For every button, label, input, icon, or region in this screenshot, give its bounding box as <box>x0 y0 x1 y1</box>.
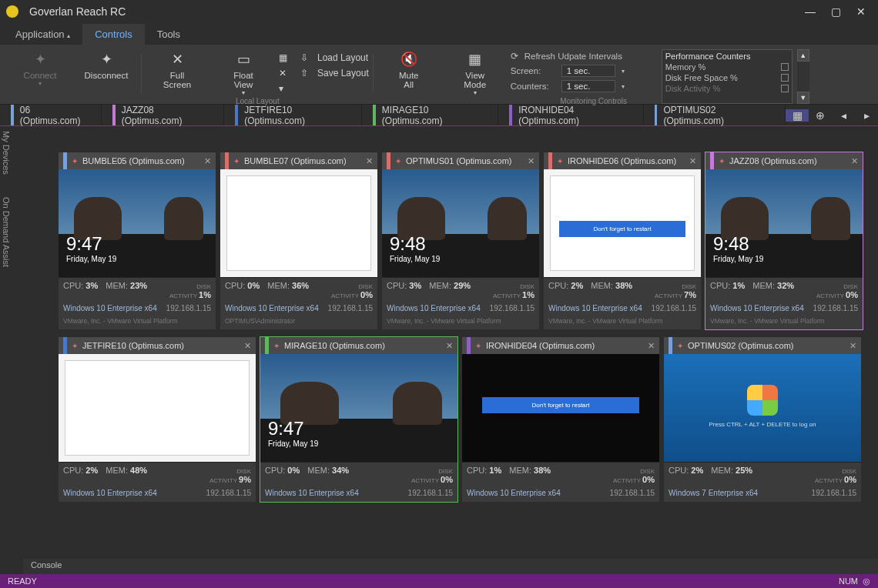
scroll-up-icon[interactable]: ▲ <box>797 49 809 62</box>
close-thumbnail-button[interactable]: ✕ <box>446 341 453 351</box>
connect-button[interactable]: ✦ Connect▾ <box>9 49 71 97</box>
side-tab-on-demand[interactable]: On Demand Assist <box>0 192 12 272</box>
checkbox-icon <box>781 85 789 92</box>
minimize-button[interactable]: — <box>805 5 816 18</box>
close-thumbnail-button[interactable]: ✕ <box>244 341 251 351</box>
close-thumbnail-button[interactable]: ✕ <box>689 156 696 166</box>
menu-tools[interactable]: Tools <box>145 24 193 45</box>
maximize-button[interactable]: ▢ <box>831 5 841 18</box>
layout-more-button[interactable]: ▾ <box>279 83 293 94</box>
disconnect-button[interactable]: ✦ Disconnect <box>75 49 137 97</box>
thumbnail-header: ✦ OPTIMUS01 (Optimus.com) ✕ <box>382 152 539 169</box>
thumbnail-header: ✦ IRONHIDE04 (Optimus.com) ✕ <box>462 337 659 354</box>
add-tab-button[interactable]: ⊕ <box>809 109 832 122</box>
thumbnail-footer: Windows 7 Enterprise x64192.168.1.15 <box>664 487 861 502</box>
floatview-icon: ▭ <box>237 51 250 68</box>
menu-application[interactable]: Application ▴ <box>3 24 82 45</box>
ribbon: ✦ Connect▾ ✦ Disconnect ✕ Full Screen ▭ … <box>0 45 878 105</box>
device-icon: ✦ <box>557 157 563 165</box>
tab-next-button[interactable]: ▸ <box>855 109 878 122</box>
thumbnail-stats: CPU: 2% MEM: 38% DISK ACTIVITY 7% <box>544 277 701 302</box>
thumbnail-stats: CPU: 2% MEM: 25% DISK ACTIVITY 0% <box>664 462 861 487</box>
session-tab[interactable]: OPTIMUS02 (Optimus.com) <box>644 105 786 125</box>
thumbnail-title: OPTIMUS01 (Optimus.com) <box>406 156 512 165</box>
disconnect-icon: ✦ <box>101 51 112 68</box>
close-thumbnail-button[interactable]: ✕ <box>851 156 858 166</box>
floatview-button[interactable]: ▭ Float View▾ <box>213 49 274 97</box>
thumbnail-footer: Windows 10 Enterprise x64192.168.1.15 <box>220 302 377 317</box>
thumbnail-footer: Windows 10 Enterprise x64192.168.1.15 <box>59 487 256 502</box>
thumbnail-stats: CPU: 1% MEM: 32% DISK ACTIVITY 0% <box>705 277 863 302</box>
device-icon: ✦ <box>72 342 78 350</box>
console-panel-header[interactable]: Console <box>23 559 878 574</box>
grid-view-button[interactable]: ▦ <box>786 109 809 122</box>
counters-interval-select[interactable]: 1 sec. <box>561 80 615 92</box>
session-thumbnail[interactable]: ✦ JAZZ08 (Optimus.com) ✕ 9:48Friday, May… <box>705 152 863 329</box>
session-thumbnail[interactable]: ✦ IRONHIDE06 (Optimus.com) ✕ Don't forge… <box>544 152 701 329</box>
menu-controls[interactable]: Controls <box>82 24 144 45</box>
status-ready: READY <box>8 576 37 586</box>
close-thumbnail-button[interactable]: ✕ <box>648 341 655 351</box>
checkbox-icon <box>781 74 789 82</box>
layout-x-button[interactable]: ✕ <box>279 68 293 79</box>
menubar: Application ▴ Controls Tools <box>0 23 878 45</box>
thumbnail-footer: Windows 10 Enterprise x64192.168.1.15 <box>382 302 539 317</box>
app-icon <box>6 5 18 18</box>
session-tab[interactable]: JAZZ08 (Optimus.com) <box>102 105 224 125</box>
thumbnail-footer: Windows 10 Enterprise x64192.168.1.15 <box>462 487 659 502</box>
thumbnail-title: IRONHIDE04 (Optimus.com) <box>486 341 595 350</box>
titlebar: Goverlan Reach RC — ▢ ✕ <box>0 0 878 23</box>
session-thumbnail[interactable]: ✦ OPTIMUS01 (Optimus.com) ✕ 9:48Friday, … <box>382 152 539 329</box>
session-thumbnail[interactable]: ✦ BUMBLE05 (Optimus.com) ✕ 9:47Friday, M… <box>59 152 216 329</box>
mute-all-button[interactable]: 🔇 Mute All <box>378 49 440 97</box>
thumbnail-header: ✦ BUMBLE05 (Optimus.com) ✕ <box>59 152 216 169</box>
thumbnail-stats: CPU: 3% MEM: 23% DISK ACTIVITY 1% <box>59 277 216 302</box>
close-thumbnail-button[interactable]: ✕ <box>366 156 373 166</box>
session-thumbnail[interactable]: ✦ BUMBLE07 (Optimus.com) ✕ CPU: 0% MEM: … <box>220 152 377 329</box>
screen-interval-select[interactable]: 1 sec. <box>561 65 615 77</box>
side-tab-my-devices[interactable]: My Devices <box>0 126 12 179</box>
thumbnail-header: ✦ OPTIMUS02 (Optimus.com) ✕ <box>664 337 861 354</box>
device-icon: ✦ <box>233 157 240 165</box>
view-mode-button[interactable]: ▦ View Mode▾ <box>444 49 506 97</box>
status-num: NUM <box>839 576 858 586</box>
session-tab[interactable]: 06 (Optimus.com) <box>0 105 102 125</box>
layout-tile-button[interactable]: ▦ <box>279 52 293 63</box>
thumbnail-footer: Windows 10 Enterprise x64192.168.1.15 <box>59 302 216 317</box>
thumbnail-title: OPTIMUS02 (Optimus.com) <box>688 341 794 350</box>
thumbnail-stats: CPU: 3% MEM: 29% DISK ACTIVITY 1% <box>382 277 539 302</box>
thumbnail-footer: Windows 10 Enterprise x64192.168.1.15 <box>544 302 701 317</box>
session-thumbnail[interactable]: ✦ MIRAGE10 (Optimus.com) ✕ 9:47Friday, M… <box>260 337 457 502</box>
session-thumbnail[interactable]: ✦ OPTIMUS02 (Optimus.com) ✕ Press CTRL +… <box>664 337 861 502</box>
thumbnail-footer: Windows 10 Enterprise x64192.168.1.15 <box>705 302 863 317</box>
refresh-icon: ⟳ <box>511 51 518 62</box>
status-bar: READY NUM◎ <box>0 574 878 588</box>
connect-icon: ✦ <box>35 51 46 68</box>
close-thumbnail-button[interactable]: ✕ <box>850 341 856 351</box>
performance-counters-list[interactable]: Performance Counters Memory % Disk Free … <box>662 49 793 104</box>
checkbox-icon <box>781 63 789 71</box>
tab-prev-button[interactable]: ◂ <box>832 109 855 122</box>
close-thumbnail-button[interactable]: ✕ <box>528 156 535 166</box>
thumbnail-title: BUMBLE07 (Optimus.com) <box>244 156 347 165</box>
session-thumbnail[interactable]: ✦ IRONHIDE04 (Optimus.com) ✕ Don't forge… <box>462 337 659 502</box>
fullscreen-button[interactable]: ✕ Full Screen <box>146 49 208 97</box>
load-layout-button[interactable]: ⇩Load Layout <box>297 52 369 63</box>
session-tab[interactable]: MIRAGE10 (Optimus.com) <box>362 105 498 125</box>
session-tab[interactable]: IRONHIDE04 (Optimus.com) <box>498 105 643 125</box>
session-tabs: 06 (Optimus.com)JAZZ08 (Optimus.com)JETF… <box>0 105 878 126</box>
close-button[interactable]: ✕ <box>856 5 866 18</box>
close-thumbnail-button[interactable]: ✕ <box>204 156 211 166</box>
app-title: Goverlan Reach RC <box>29 5 126 18</box>
thumbnail-stats: CPU: 0% MEM: 34% DISK ACTIVITY 0% <box>260 462 457 487</box>
perf-scrollbar[interactable]: ▲ ▼ <box>797 49 809 104</box>
session-thumbnail[interactable]: ✦ JETFIRE10 (Optimus.com) ✕ CPU: 2% MEM:… <box>59 337 256 502</box>
session-tab[interactable]: JETFIRE10 (Optimus.com) <box>224 105 362 125</box>
device-icon: ✦ <box>475 342 481 350</box>
device-icon: ✦ <box>72 157 78 165</box>
save-layout-button[interactable]: ⇧Save Layout <box>297 68 369 79</box>
load-icon: ⇩ <box>297 52 311 63</box>
refresh-label: Refresh Udpate Intervals <box>524 52 622 61</box>
device-icon: ✦ <box>677 342 683 350</box>
thumbnail-footer: Windows 10 Enterprise x64192.168.1.15 <box>260 487 457 502</box>
